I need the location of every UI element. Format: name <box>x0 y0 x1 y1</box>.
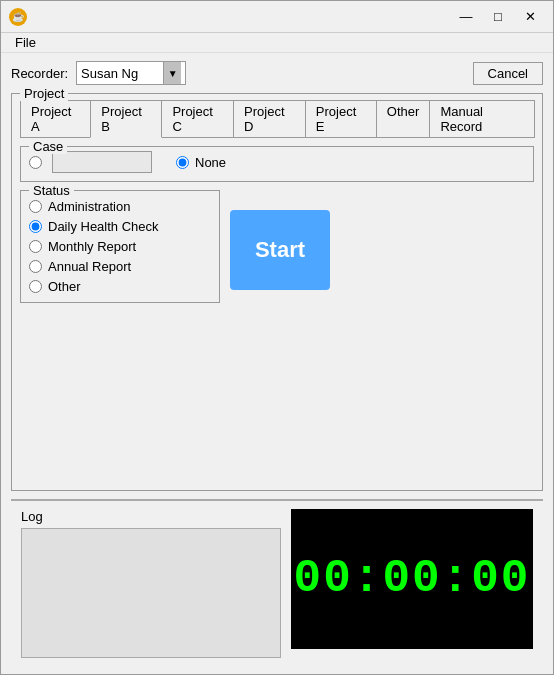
menu-bar: File <box>1 33 553 53</box>
none-radio-row: None <box>176 155 226 170</box>
log-label: Log <box>21 509 281 524</box>
project-main: Status Administration Daily Health Check <box>20 190 534 303</box>
start-button[interactable]: Start <box>230 210 330 290</box>
window-controls: — □ ✕ <box>451 6 545 28</box>
status-monthly-report-row: Monthly Report <box>29 239 211 254</box>
case-group: Case None <box>20 146 534 182</box>
tab-project-c[interactable]: Project C <box>161 100 234 138</box>
recorder-label: Recorder: <box>11 66 68 81</box>
file-menu[interactable]: File <box>9 33 42 52</box>
project-group: Project Project A Project B Project C Pr… <box>11 93 543 491</box>
none-label: None <box>195 155 226 170</box>
status-daily-health-label: Daily Health Check <box>48 219 159 234</box>
case-group-label: Case <box>29 139 67 154</box>
maximize-button[interactable]: □ <box>483 6 513 28</box>
status-monthly-report-label: Monthly Report <box>48 239 136 254</box>
tab-other[interactable]: Other <box>376 100 431 138</box>
status-options: Administration Daily Health Check Monthl… <box>29 195 211 294</box>
project-tabs: Project A Project B Project C Project D … <box>20 100 534 138</box>
tab-project-b[interactable]: Project B <box>90 100 162 138</box>
recorder-select[interactable]: Susan Ng ▼ <box>76 61 186 85</box>
status-annual-report-row: Annual Report <box>29 259 211 274</box>
status-administration-label: Administration <box>48 199 130 214</box>
log-textarea[interactable] <box>21 528 281 658</box>
status-administration-row: Administration <box>29 199 211 214</box>
tab-manual-record[interactable]: Manual Record <box>429 100 535 138</box>
timer-value: 00:00:00 <box>294 553 531 605</box>
tab-project-a[interactable]: Project A <box>20 100 91 138</box>
title-bar: ☕ — □ ✕ <box>1 1 553 33</box>
tab-project-e[interactable]: Project E <box>305 100 377 138</box>
status-radio-daily-health-check[interactable] <box>29 220 42 233</box>
case-text-input[interactable] <box>52 151 152 173</box>
minimize-button[interactable]: — <box>451 6 481 28</box>
main-content: Recorder: Susan Ng ▼ Cancel Project Proj… <box>1 53 553 674</box>
log-left: Log <box>21 509 281 658</box>
log-section: Log 00:00:00 <box>11 499 543 666</box>
status-radio-administration[interactable] <box>29 200 42 213</box>
project-group-label: Project <box>20 86 68 101</box>
recorder-value: Susan Ng <box>81 66 163 81</box>
status-other-row: Other <box>29 279 211 294</box>
status-group-label: Status <box>29 183 74 198</box>
app-icon: ☕ <box>9 8 27 26</box>
dropdown-arrow-icon[interactable]: ▼ <box>163 62 181 84</box>
cancel-button[interactable]: Cancel <box>473 62 543 85</box>
case-radio-none[interactable] <box>176 156 189 169</box>
status-group: Status Administration Daily Health Check <box>20 190 220 303</box>
status-annual-report-label: Annual Report <box>48 259 131 274</box>
status-radio-annual-report[interactable] <box>29 260 42 273</box>
status-daily-health-row: Daily Health Check <box>29 219 211 234</box>
close-button[interactable]: ✕ <box>515 6 545 28</box>
case-radio-empty[interactable] <box>29 156 42 169</box>
tab-project-d[interactable]: Project D <box>233 100 306 138</box>
recorder-row: Recorder: Susan Ng ▼ Cancel <box>11 61 543 85</box>
main-window: ☕ — □ ✕ File Recorder: Susan Ng ▼ Cancel… <box>0 0 554 675</box>
status-radio-monthly-report[interactable] <box>29 240 42 253</box>
status-radio-other[interactable] <box>29 280 42 293</box>
status-other-label: Other <box>48 279 81 294</box>
timer-display: 00:00:00 <box>291 509 533 649</box>
